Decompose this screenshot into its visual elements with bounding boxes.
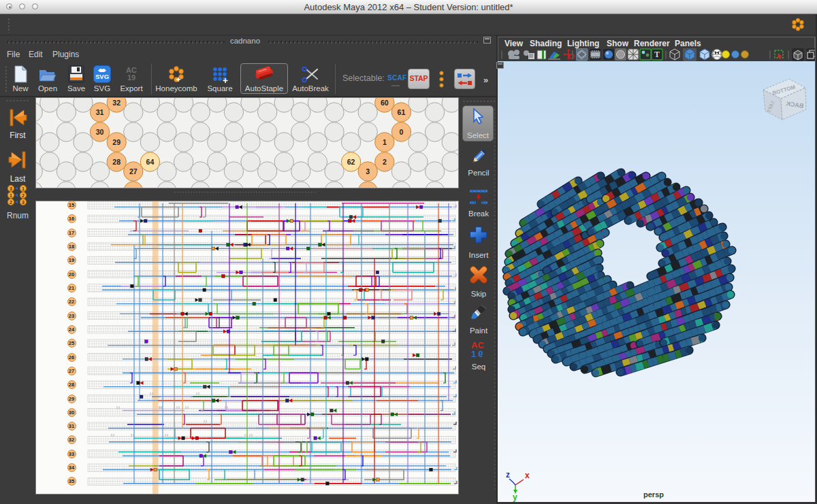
svg-text:2: 2 bbox=[10, 200, 12, 205]
svg-text:28: 28 bbox=[112, 158, 121, 166]
svg-text:1: 1 bbox=[10, 193, 12, 198]
svg-text:persp: persp bbox=[643, 490, 664, 499]
svg-text:32: 32 bbox=[112, 99, 121, 107]
svg-text:y: y bbox=[513, 492, 517, 502]
svg-text:1: 1 bbox=[471, 349, 476, 359]
svg-text:1: 1 bbox=[22, 186, 25, 191]
svg-text:x: x bbox=[525, 471, 530, 480]
svg-text:0: 0 bbox=[399, 128, 403, 136]
svg-text:3: 3 bbox=[10, 186, 12, 191]
svg-text:60: 60 bbox=[381, 99, 389, 107]
svg-text:19: 19 bbox=[127, 73, 135, 82]
svg-text:3: 3 bbox=[366, 167, 370, 175]
svg-text:2: 2 bbox=[22, 193, 25, 198]
svg-text:61: 61 bbox=[398, 108, 406, 116]
svg-text:62: 62 bbox=[347, 158, 355, 166]
svg-text:2: 2 bbox=[383, 158, 387, 166]
svg-text:z: z bbox=[506, 470, 510, 480]
svg-text:9: 9 bbox=[478, 349, 483, 359]
svg-text:30: 30 bbox=[96, 128, 104, 136]
svg-text:1: 1 bbox=[383, 138, 387, 146]
svg-text:27: 27 bbox=[129, 167, 138, 175]
svg-text:29: 29 bbox=[112, 138, 121, 146]
svg-text:3: 3 bbox=[22, 200, 25, 205]
svg-text:SVG: SVG bbox=[95, 73, 109, 80]
svg-text:64: 64 bbox=[146, 158, 155, 166]
svg-text:31: 31 bbox=[96, 108, 104, 116]
svg-text:T: T bbox=[654, 50, 660, 59]
